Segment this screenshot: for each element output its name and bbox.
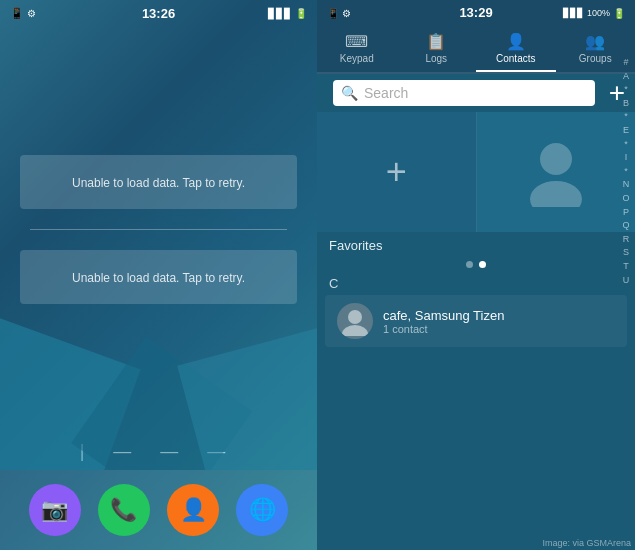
add-contact-cell[interactable]: + [317, 112, 477, 232]
left-time: 13:26 [0, 6, 317, 21]
dock-globe-button[interactable]: 🌐 [236, 484, 288, 536]
tab-logs-label: Logs [425, 53, 447, 64]
contact-avatar [337, 303, 373, 339]
alpha-r[interactable]: R [623, 233, 630, 246]
dot-2 [479, 261, 486, 268]
camera-icon: 📷 [41, 497, 68, 523]
right-battery-icon: 🔋 [613, 8, 625, 19]
alpha-hash[interactable]: # [623, 56, 628, 69]
contact-avatar-cell[interactable] [477, 112, 636, 232]
divider [30, 229, 287, 230]
left-dock: 📷 📞 👤 🌐 [0, 470, 317, 550]
contacts-dock-icon: 👤 [180, 497, 207, 523]
dock-camera-button[interactable]: 📷 [29, 484, 81, 536]
section-c: C [317, 272, 635, 293]
alpha-a[interactable]: A [623, 70, 629, 83]
right-time: 13:29 [459, 5, 492, 20]
phone-icon: 📞 [110, 497, 137, 523]
contacts-tab-icon: 👤 [506, 32, 526, 51]
search-row: 🔍 Search + [317, 74, 635, 112]
right-sim-icon: 📱 ⚙ [327, 8, 351, 19]
contact-name: cafe, Samsung Tizen [383, 308, 615, 323]
error-text-1: Unable to load data. Tap to retry. [72, 176, 245, 190]
bg-shapes [0, 270, 317, 470]
right-panel: 📱 ⚙ 13:29 ▊▊▊ 100% 🔋 ⌨ Keypad 📋 Logs 👤 C… [317, 0, 635, 550]
left-status-bar: 📱 ⚙ 13:26 ▊▊▊ 🔋 [0, 0, 317, 26]
alpha-star2: * [624, 110, 628, 123]
alpha-q[interactable]: Q [622, 219, 629, 232]
dot-1 [466, 261, 473, 268]
svg-point-3 [342, 325, 368, 336]
contact-count: 1 contact [383, 323, 615, 335]
search-placeholder: Search [364, 85, 587, 101]
alpha-star1: * [624, 83, 628, 96]
right-battery-percent: 100% [587, 8, 610, 18]
contact-info: cafe, Samsung Tizen 1 contact [383, 308, 615, 335]
alpha-b[interactable]: B [623, 97, 629, 110]
globe-icon: 🌐 [249, 497, 276, 523]
tab-keypad[interactable]: ⌨ Keypad [317, 26, 397, 72]
contact-row[interactable]: cafe, Samsung Tizen 1 contact [325, 295, 627, 347]
svg-point-1 [530, 181, 582, 207]
favorites-label: Favorites [329, 238, 382, 253]
alpha-i[interactable]: I [625, 151, 628, 164]
tab-contacts-label: Contacts [496, 53, 535, 64]
avatar-silhouette [526, 137, 586, 207]
alpha-p[interactable]: P [623, 206, 629, 219]
alpha-o[interactable]: O [622, 192, 629, 205]
error-box-1[interactable]: Unable to load data. Tap to retry. [20, 155, 297, 209]
tab-keypad-label: Keypad [340, 53, 374, 64]
alpha-star4: * [624, 165, 628, 178]
logs-icon: 📋 [426, 32, 446, 51]
alpha-u[interactable]: U [623, 274, 630, 287]
contacts-grid: + [317, 112, 635, 232]
favorites-section: Favorites [317, 232, 635, 257]
right-status-bar: 📱 ⚙ 13:29 ▊▊▊ 100% 🔋 [317, 0, 635, 26]
alpha-star3: * [624, 138, 628, 151]
alpha-t[interactable]: T [623, 260, 629, 273]
tab-contacts[interactable]: 👤 Contacts [476, 26, 556, 72]
add-contact-plus-icon: + [386, 151, 407, 193]
dock-phone-button[interactable]: 📞 [98, 484, 150, 536]
alphabet-sidebar: # A * B * E * I * N O P Q R S T U [617, 26, 635, 550]
favorites-dots [317, 257, 635, 272]
search-icon: 🔍 [341, 85, 358, 101]
right-signal-icon: ▊▊▊ [563, 8, 584, 18]
right-status-icons: ▊▊▊ 100% 🔋 [563, 8, 625, 19]
dock-contacts-button[interactable]: 👤 [167, 484, 219, 536]
svg-point-0 [540, 143, 572, 175]
main-container: 📱 ⚙ 13:26 ▊▊▊ 🔋 Unable to load data. Tap… [0, 0, 635, 550]
tab-groups-label: Groups [579, 53, 612, 64]
avatar-icon [340, 306, 370, 336]
attribution: Image: via GSMArena [542, 538, 631, 548]
groups-icon: 👥 [585, 32, 605, 51]
keypad-icon: ⌨ [345, 32, 368, 51]
search-bar[interactable]: 🔍 Search [333, 80, 595, 106]
alpha-e[interactable]: E [623, 124, 629, 137]
tab-logs[interactable]: 📋 Logs [397, 26, 477, 72]
left-panel: 📱 ⚙ 13:26 ▊▊▊ 🔋 Unable to load data. Tap… [0, 0, 317, 550]
alpha-n[interactable]: N [623, 178, 630, 191]
tabs-bar: ⌨ Keypad 📋 Logs 👤 Contacts 👥 Groups [317, 26, 635, 74]
alpha-s[interactable]: S [623, 246, 629, 259]
svg-point-2 [348, 310, 362, 324]
